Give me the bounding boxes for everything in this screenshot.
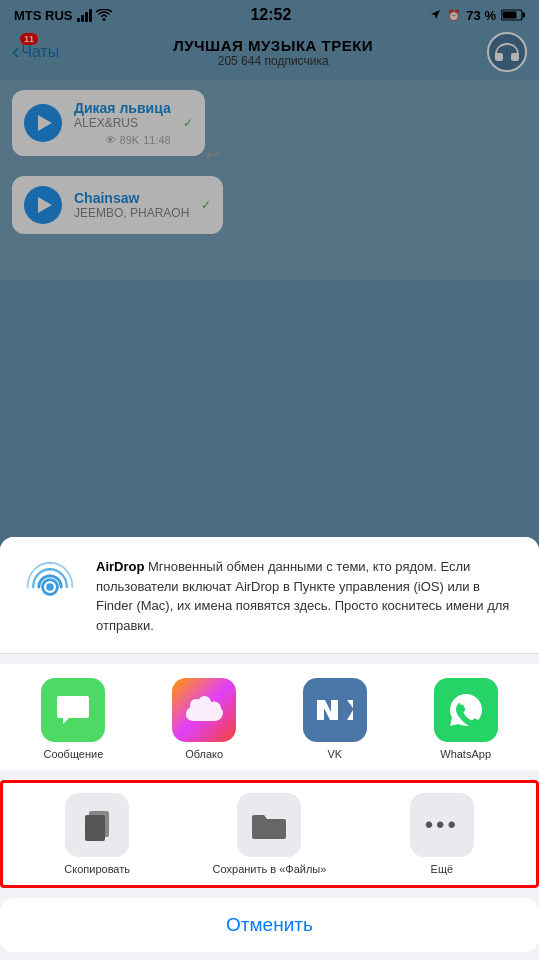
whatsapp-logo-icon bbox=[447, 691, 485, 729]
app-item-vk[interactable]: VK bbox=[270, 678, 401, 760]
whatsapp-app-label: WhatsApp bbox=[440, 748, 491, 760]
share-sheet: AirDrop Мгновенный обмен данными с теми,… bbox=[0, 537, 539, 960]
vk-app-label: VK bbox=[328, 748, 343, 760]
airdrop-icon bbox=[20, 557, 80, 617]
dots-icon-wrap: ••• bbox=[410, 793, 474, 857]
airdrop-title: AirDrop bbox=[96, 559, 144, 574]
vk-app-icon bbox=[303, 678, 367, 742]
save-files-label: Сохранить в «Файлы» bbox=[213, 863, 327, 875]
bubble-icon bbox=[55, 692, 91, 728]
messages-app-icon bbox=[41, 678, 105, 742]
actions-row: Скопировать Сохранить в «Файлы» ••• Ещё bbox=[0, 780, 539, 888]
airdrop-desc-text: Мгновенный обмен данными с теми, кто ряд… bbox=[96, 559, 509, 633]
cancel-button[interactable]: Отменить bbox=[0, 898, 539, 952]
copy-label: Скопировать bbox=[64, 863, 130, 875]
apps-row: Сообщение Облако VK bbox=[0, 664, 539, 770]
airdrop-description: AirDrop Мгновенный обмен данными с теми,… bbox=[96, 557, 519, 635]
copy-icon-wrap bbox=[65, 793, 129, 857]
app-item-messages[interactable]: Сообщение bbox=[8, 678, 139, 760]
airdrop-section: AirDrop Мгновенный обмен данными с теми,… bbox=[0, 537, 539, 654]
action-copy[interactable]: Скопировать bbox=[11, 793, 183, 875]
oblako-app-icon bbox=[172, 678, 236, 742]
whatsapp-app-icon bbox=[434, 678, 498, 742]
svg-point-5 bbox=[46, 583, 53, 590]
folder-icon-wrap bbox=[237, 793, 301, 857]
airdrop-rings-icon bbox=[22, 559, 78, 615]
vk-logo-icon bbox=[315, 698, 355, 722]
more-label: Ещё bbox=[431, 863, 454, 875]
copy-icon bbox=[81, 807, 113, 843]
messages-app-label: Сообщение bbox=[43, 748, 103, 760]
folder-icon bbox=[250, 809, 288, 841]
oblako-app-label: Облако bbox=[185, 748, 223, 760]
cloud-icon bbox=[185, 695, 223, 725]
svg-rect-7 bbox=[85, 815, 105, 841]
app-item-whatsapp[interactable]: WhatsApp bbox=[400, 678, 531, 760]
cancel-label[interactable]: Отменить bbox=[226, 914, 313, 935]
action-more[interactable]: ••• Ещё bbox=[356, 793, 528, 875]
dots-icon: ••• bbox=[425, 811, 459, 839]
share-sheet-overlay: AirDrop Мгновенный обмен данными с теми,… bbox=[0, 0, 539, 960]
app-item-oblako[interactable]: Облако bbox=[139, 678, 270, 760]
action-save-files[interactable]: Сохранить в «Файлы» bbox=[183, 793, 355, 875]
